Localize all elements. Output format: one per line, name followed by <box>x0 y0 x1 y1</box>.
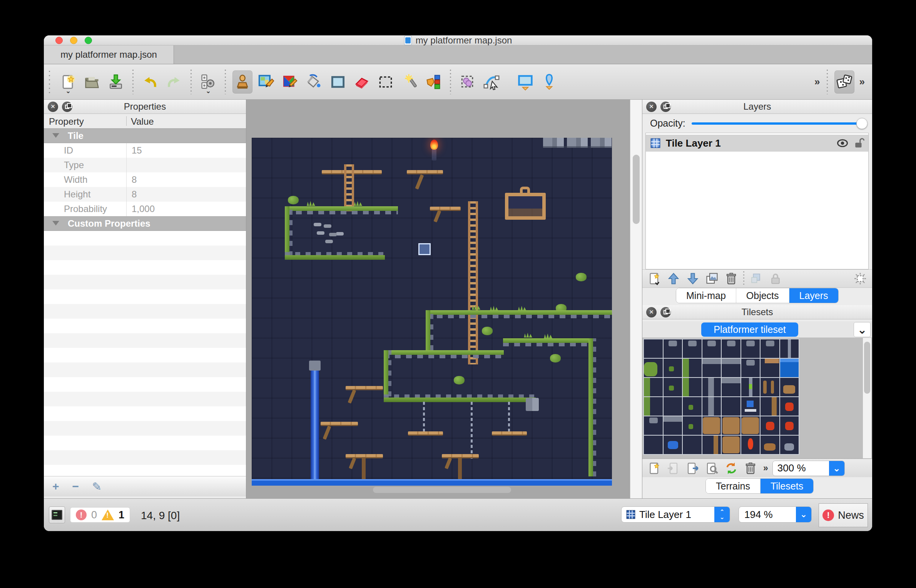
tileset-tile[interactable] <box>683 359 702 377</box>
property-row-id[interactable]: ID15 <box>44 143 246 158</box>
tileset-tile[interactable] <box>664 397 682 416</box>
tab-objects[interactable]: Objects <box>736 288 789 303</box>
highlight-current-layer-button[interactable] <box>851 270 870 287</box>
property-group-custom-properties[interactable]: Custom Properties <box>44 216 246 231</box>
tileset-tile[interactable] <box>644 416 663 435</box>
tileset-tile[interactable] <box>702 359 721 377</box>
rectangular-select-button[interactable] <box>376 70 396 94</box>
edit-property-button[interactable]: ✎ <box>92 480 102 493</box>
lower-layer-button[interactable] <box>683 270 702 287</box>
console-button[interactable] <box>49 506 65 523</box>
export-tileset-button[interactable] <box>683 460 702 477</box>
tileset-tile[interactable] <box>780 436 799 454</box>
tileset-tile[interactable] <box>780 339 799 358</box>
tab-mini-map[interactable]: Mini-map <box>676 288 736 303</box>
tileset-tile[interactable] <box>761 378 779 396</box>
tools-overflow-button[interactable]: » <box>859 76 864 88</box>
vertical-scrollbar[interactable] <box>633 155 640 224</box>
remove-layer-button[interactable] <box>722 270 741 287</box>
layer-row[interactable]: Tile Layer 1 <box>646 135 868 152</box>
tileset-tile[interactable] <box>664 359 682 377</box>
bucket-fill-button[interactable] <box>304 70 324 94</box>
tileset-tile[interactable] <box>761 436 779 454</box>
news-button[interactable]: ! News <box>819 503 868 527</box>
tileset-tile[interactable] <box>741 359 760 377</box>
tileset-tile[interactable] <box>741 397 760 416</box>
tileset-zoom-chevron[interactable]: ⌄ <box>829 461 844 476</box>
tileset-tile[interactable] <box>644 436 663 454</box>
zoom-select[interactable]: 194 % ⌄ <box>739 506 812 523</box>
opacity-slider[interactable] <box>692 122 862 125</box>
tileset-tile[interactable] <box>722 378 740 396</box>
tileset-tile[interactable] <box>664 416 682 435</box>
visibility-eye-icon[interactable] <box>837 137 848 149</box>
unlocked-icon[interactable] <box>853 137 864 149</box>
save-file-button[interactable] <box>106 70 126 94</box>
tileset-tile[interactable] <box>664 378 682 396</box>
close-panel-icon[interactable]: ✕ <box>646 307 657 317</box>
tileset-tile[interactable] <box>722 436 740 454</box>
tileset-tile[interactable] <box>702 416 721 435</box>
tileset-tile[interactable] <box>780 378 799 396</box>
tileset-tile[interactable] <box>683 339 702 358</box>
tileset-tile[interactable] <box>761 339 779 358</box>
tileset-tile[interactable] <box>644 339 663 358</box>
tileset-tile[interactable] <box>683 416 702 435</box>
current-layer-select[interactable]: Tile Layer 1 ⌃⌄ <box>621 506 730 523</box>
stamp-brush-button[interactable] <box>232 70 252 94</box>
tileset-tile[interactable] <box>664 436 682 454</box>
tileset-tile[interactable] <box>683 436 702 454</box>
tileset-zoom-select[interactable]: 300 %⌄ <box>772 461 845 476</box>
new-layer-button[interactable] <box>645 270 664 287</box>
insert-rectangle-button[interactable] <box>515 70 535 94</box>
close-panel-icon[interactable]: ✕ <box>646 102 657 112</box>
tileset-tile[interactable] <box>722 359 740 377</box>
reload-tileset-button[interactable] <box>722 460 741 477</box>
tileset-tile[interactable] <box>644 397 663 416</box>
duplicate-layer-button[interactable] <box>702 270 722 287</box>
open-file-button[interactable] <box>82 70 102 94</box>
raise-layer-button[interactable] <box>664 270 683 287</box>
tileset-tile[interactable] <box>702 378 721 396</box>
toolbar-drag-handle[interactable] <box>48 71 51 93</box>
horizontal-scrollbar[interactable] <box>373 487 511 493</box>
tab-terrains[interactable]: Terrains <box>706 479 761 493</box>
opacity-slider-thumb[interactable] <box>856 118 868 129</box>
tileset-tile[interactable] <box>722 397 740 416</box>
remove-tileset-button[interactable] <box>741 460 760 477</box>
tileset-tile[interactable] <box>741 378 760 396</box>
shape-fill-button[interactable] <box>328 70 348 94</box>
close-panel-icon[interactable]: ✕ <box>48 102 58 112</box>
terrain-brush-button[interactable] <box>256 70 276 94</box>
new-map-button[interactable]: ⌄ <box>58 70 78 94</box>
undo-button[interactable] <box>140 70 160 94</box>
lock-layer-button[interactable] <box>766 270 785 287</box>
tileset-tile[interactable] <box>644 378 663 396</box>
map-view[interactable] <box>252 138 612 486</box>
tileset-tile[interactable] <box>664 339 682 358</box>
edit-tileset-button[interactable] <box>702 460 722 477</box>
new-tileset-button[interactable] <box>645 460 664 477</box>
tileset-tile[interactable] <box>761 359 779 377</box>
property-row-type[interactable]: Type <box>44 158 246 172</box>
tileset-tile[interactable] <box>702 436 721 454</box>
layer-select-spinner[interactable]: ⌃⌄ <box>714 507 730 522</box>
tileset-tile[interactable] <box>780 397 799 416</box>
property-row-width[interactable]: Width8 <box>44 172 246 187</box>
tileset-tile[interactable] <box>722 416 740 435</box>
tileset-toolbar-overflow-button[interactable]: » <box>763 463 767 473</box>
add-property-button[interactable]: + <box>52 480 59 493</box>
eraser-button[interactable] <box>352 70 372 94</box>
edit-polygons-button[interactable] <box>481 70 501 94</box>
document-tab[interactable]: my platformer map.json <box>44 45 174 64</box>
paint-terrain-button[interactable] <box>280 70 300 94</box>
property-row-probability[interactable]: Probability1,000 <box>44 202 246 216</box>
select-same-tile-button[interactable] <box>423 70 443 94</box>
insert-point-button[interactable] <box>539 70 559 94</box>
tileset-tile[interactable] <box>702 397 721 416</box>
issues-counter[interactable]: ! 0 1 <box>70 507 130 523</box>
tileset-tile[interactable] <box>761 416 779 435</box>
collapse-triangle-icon[interactable] <box>52 133 59 138</box>
tileset-tile[interactable] <box>780 416 799 435</box>
collapse-triangle-icon[interactable] <box>52 221 59 226</box>
